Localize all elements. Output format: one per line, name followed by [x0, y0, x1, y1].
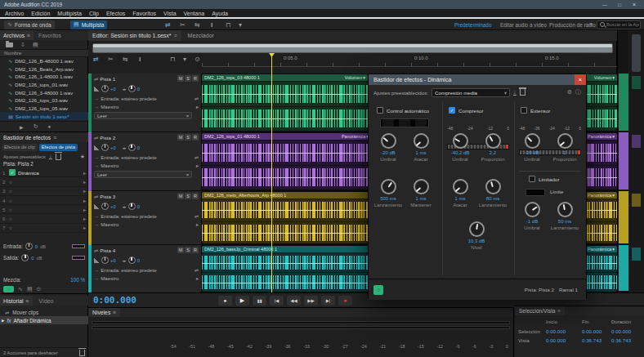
arm-button[interactable]: R	[192, 134, 199, 141]
clip-param[interactable]: Panorámica	[588, 134, 611, 139]
slot-arrow-icon[interactable]: ▸	[83, 170, 86, 176]
tab-editor[interactable]: Editor: Sesión sin título 1.sesx* ≡	[88, 30, 181, 41]
effect-power-icon[interactable]: ○	[9, 216, 12, 221]
lim-umbral-knob[interactable]: -1 dBUmbral	[516, 202, 548, 230]
track-name[interactable]: Pista 4	[100, 248, 115, 253]
track-name[interactable]: Pista 3	[100, 194, 115, 199]
volume-knob[interactable]	[101, 144, 109, 151]
workspace-overflow-icon[interactable]: »	[589, 21, 593, 27]
effect-slot[interactable]: 3 ○ ▸	[0, 187, 88, 196]
effect-slot[interactable]: 7 ○ ▸	[0, 224, 88, 233]
menu-item[interactable]: Multipista	[57, 11, 82, 16]
play-button[interactable]: ▶	[235, 296, 249, 306]
seleccion-inicio[interactable]: 0:00.000	[546, 328, 566, 334]
history-trash-icon[interactable]	[79, 350, 85, 356]
tab-favoritos[interactable]: Favoritos	[34, 33, 66, 38]
swap-channels-icon[interactable]: ⇄	[195, 213, 199, 219]
arm-button[interactable]: R	[192, 75, 199, 82]
checkbox-checked-icon[interactable]: ✓	[449, 107, 455, 114]
effects-rack-dialog[interactable]: Bastidor de efectos - Dinámica × Ajustes…	[368, 74, 587, 299]
arm-button[interactable]: R	[192, 193, 199, 199]
slip-tool-icon[interactable]: ⇆	[195, 21, 200, 29]
track-input-select[interactable]: Entrada: estéreo predete	[101, 154, 156, 160]
razor-tool-icon[interactable]: ✂	[108, 56, 114, 63]
menu-item[interactable]: Edición	[31, 11, 50, 16]
track-output-select[interactable]: Maestro	[101, 104, 119, 109]
file-row[interactable]: ∿ DM2_126_1-48000 1.wav	[0, 73, 88, 81]
comp-lanzamiento-knob[interactable]: 80 msLanzamiento	[476, 179, 509, 208]
time-selection-tool-icon[interactable]: I	[139, 56, 141, 63]
panel-menu-icon[interactable]: ≡	[113, 310, 116, 315]
vista-inicio[interactable]: 0:00.000	[546, 337, 566, 343]
marker-icon[interactable]: ▾	[183, 56, 186, 63]
swap-channels-icon[interactable]: ⇄	[195, 154, 199, 160]
effect-slot[interactable]: 4 ○ ▸	[0, 196, 88, 205]
tab-seleccion-vista[interactable]: Selección/Vista ≡	[515, 306, 565, 315]
razor-tool-icon[interactable]: ✂	[180, 21, 186, 29]
pan-knob[interactable]	[128, 85, 136, 92]
comp-atacar-knob[interactable]: 1 msAtacar	[444, 179, 476, 208]
track-name[interactable]: Pista 2	[100, 135, 115, 141]
dialog-close-icon[interactable]: ×	[575, 74, 586, 85]
record-button[interactable]: ●	[338, 296, 352, 306]
volume-knob[interactable]	[101, 85, 109, 92]
move-tool-icon[interactable]: ⇄	[93, 56, 99, 63]
mute-button[interactable]: M	[177, 247, 184, 253]
clip-param[interactable]: Panorámica	[588, 193, 611, 198]
help-search-input[interactable]	[606, 22, 639, 27]
lim-lanzamiento-knob[interactable]: 50 msLanzamiento	[548, 202, 581, 230]
effect-power-icon[interactable]: ○	[9, 188, 12, 194]
close-icon[interactable]: ×	[628, 1, 640, 8]
track-name[interactable]: Pista 1	[100, 76, 115, 82]
clip-param[interactable]: Volumen	[594, 75, 611, 80]
rack-power-toggle[interactable]: ○	[3, 286, 14, 292]
track-input-select[interactable]: Entrada: estéreo predete	[101, 213, 156, 219]
marker-icon[interactable]: ▾	[239, 21, 242, 29]
panel-menu-icon[interactable]: ≡	[174, 33, 177, 38]
exp-proporcion-knob[interactable]: 1Proporción	[548, 133, 581, 162]
file-row[interactable]: ∿ DM2_126_Beats_Arp.wav	[0, 65, 88, 74]
vista-duracion[interactable]: 0:36.743	[611, 337, 631, 343]
time-selection-tool-icon[interactable]: I	[211, 21, 212, 29]
mix-value[interactable]: 100 %	[70, 277, 85, 283]
stop-button[interactable]: ■	[218, 296, 232, 306]
pause-button[interactable]: ▮▮	[253, 296, 266, 306]
monitor-input-icon[interactable]: ∿	[18, 286, 23, 292]
mute-button[interactable]: M	[177, 193, 184, 199]
tab-niveles[interactable]: Niveles ≡	[88, 308, 120, 317]
clip-param[interactable]: Volumen	[345, 75, 362, 80]
info-icon[interactable]: ⓘ	[575, 88, 581, 96]
panel-menu-icon[interactable]: ≡	[27, 33, 30, 38]
timeline-ruler[interactable]: 0:05.0 0:10.0 0:15.0	[202, 53, 617, 67]
slot-arrow-icon[interactable]: ▸	[83, 207, 86, 212]
files-name-header[interactable]: Nombre	[0, 50, 88, 57]
file-row[interactable]: ∿ DM2_126_tops_03.wav	[0, 96, 88, 105]
loop-icon[interactable]: ↻	[34, 123, 38, 130]
track-header-pista-4[interactable]: ⇄ Pista 4 M S R +0 ◂▸ 0 → Entrada: estér…	[92, 245, 202, 292]
auto-control-checkbox[interactable]: Control automático	[377, 107, 429, 114]
waveform-mode-button[interactable]: ∿ Forma de onda	[4, 20, 55, 29]
menu-item[interactable]: Clip	[89, 11, 99, 16]
slot-arrow-icon[interactable]: ▸	[83, 225, 86, 230]
scrollbar-thumb[interactable]	[632, 34, 641, 72]
automation-mode-select[interactable]: Leer▾	[94, 112, 192, 119]
dialog-power-toggle[interactable]: ○	[373, 285, 383, 295]
mute-button[interactable]: M	[177, 134, 184, 141]
tab-clip-effects[interactable]: Efectos de clip	[2, 144, 38, 151]
file-row[interactable]: ∿ DM2_126_3-48000 1.wav	[0, 88, 88, 96]
file-row[interactable]: ∿ DM2_126_tops_01.wav	[0, 81, 88, 89]
file-row[interactable]: ∿ DM2_126_B-48000 1.wav	[0, 57, 88, 65]
track-header-pista-3[interactable]: ⇄ Pista 3 M S R +0 ◂▸ 0 → Entrada: estér…	[92, 191, 202, 245]
tab-video[interactable]: Vídeo	[33, 298, 60, 304]
track-output-select[interactable]: Maestro	[101, 163, 119, 168]
checkbox-icon[interactable]	[521, 107, 527, 114]
auto-umbral-knob[interactable]: -20 dBUmbral	[372, 133, 405, 162]
tab-historial[interactable]: Historial ≡	[0, 296, 33, 306]
track-input-select[interactable]: Entrada: estéreo predete	[101, 96, 156, 101]
solo-button[interactable]: S	[185, 247, 191, 253]
favorite-icon[interactable]: ★	[80, 154, 85, 160]
clip-param[interactable]: Panorámica	[342, 134, 365, 139]
playhead[interactable]	[271, 53, 272, 292]
effect-slot[interactable]: 2 ○ ▸	[0, 177, 88, 186]
arm-button[interactable]: R	[192, 247, 199, 253]
